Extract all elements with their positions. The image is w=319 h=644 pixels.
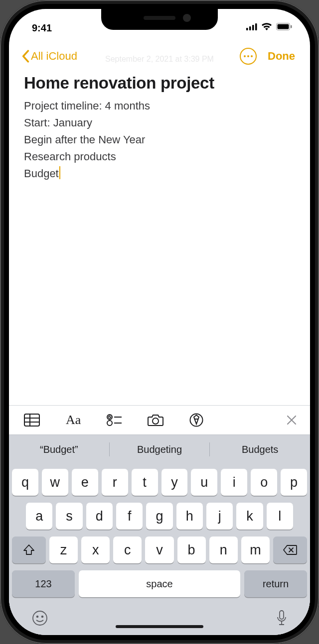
note-editor[interactable]: Home renovation project Project timeline… — [9, 71, 310, 405]
key-f[interactable]: f — [116, 503, 143, 530]
key-q[interactable]: q — [12, 469, 38, 496]
suggestion[interactable]: “Budget” — [9, 444, 109, 455]
back-label: All iCloud — [31, 50, 77, 63]
shift-icon — [23, 544, 35, 555]
svg-rect-6 — [291, 25, 292, 28]
back-button[interactable]: All iCloud — [21, 50, 77, 63]
key-w[interactable]: w — [42, 469, 68, 496]
clock: 9:41 — [32, 22, 52, 37]
more-button[interactable] — [240, 48, 257, 65]
suggestion[interactable]: Budgeting — [110, 444, 210, 455]
key-p[interactable]: p — [281, 469, 307, 496]
mic-icon — [276, 610, 287, 626]
return-key[interactable]: return — [244, 570, 307, 597]
svg-point-9 — [251, 55, 253, 57]
svg-point-17 — [107, 421, 112, 426]
key-n[interactable]: n — [209, 537, 238, 563]
table-icon[interactable] — [24, 414, 40, 427]
cellular-icon — [246, 21, 257, 33]
key-b[interactable]: b — [177, 537, 206, 563]
close-keyboard-icon[interactable] — [286, 415, 297, 426]
key-a[interactable]: a — [26, 503, 52, 530]
done-button[interactable]: Done — [268, 50, 295, 63]
keyboard: q w e r t y u i o p a s d f g h — [9, 464, 310, 635]
svg-point-22 — [37, 616, 38, 618]
svg-rect-0 — [246, 28, 248, 30]
svg-point-21 — [33, 611, 47, 625]
note-title: Home renovation project — [24, 74, 295, 93]
shift-key[interactable] — [12, 537, 46, 563]
wifi-icon — [261, 21, 272, 33]
key-j[interactable]: j — [206, 503, 233, 530]
chevron-left-icon — [21, 50, 30, 63]
formatting-toolbar: Aa — [9, 405, 310, 435]
delete-key[interactable] — [273, 537, 307, 563]
emoji-icon — [32, 610, 48, 626]
key-o[interactable]: o — [251, 469, 277, 496]
svg-point-8 — [247, 55, 249, 57]
svg-rect-1 — [249, 26, 251, 30]
dictation-key[interactable] — [276, 610, 287, 628]
svg-point-23 — [42, 616, 43, 618]
key-k[interactable]: k — [236, 503, 263, 530]
svg-rect-10 — [24, 414, 39, 426]
key-x[interactable]: x — [81, 537, 110, 563]
key-d[interactable]: d — [86, 503, 113, 530]
key-g[interactable]: g — [146, 503, 172, 530]
svg-point-19 — [153, 418, 159, 424]
key-v[interactable]: v — [145, 537, 173, 563]
note-line: Project timeline: 4 months — [24, 98, 295, 114]
ellipsis-icon — [244, 55, 253, 57]
quicktype-bar: “Budget” Budgeting Budgets — [9, 435, 310, 464]
key-c[interactable]: c — [113, 537, 142, 563]
camera-icon[interactable] — [148, 414, 163, 427]
key-i[interactable]: i — [221, 469, 247, 496]
emoji-key[interactable] — [32, 610, 48, 628]
suggestion[interactable]: Budgets — [210, 444, 310, 455]
nav-bar: All iCloud Done — [9, 37, 310, 69]
note-line: Budget — [24, 165, 295, 182]
home-indicator[interactable] — [116, 625, 203, 628]
text-cursor — [59, 166, 60, 179]
key-y[interactable]: y — [161, 469, 188, 496]
key-z[interactable]: z — [49, 537, 78, 563]
svg-rect-24 — [280, 611, 284, 619]
svg-rect-5 — [278, 24, 289, 29]
markup-icon[interactable] — [189, 413, 203, 427]
key-r[interactable]: r — [102, 469, 128, 496]
svg-rect-2 — [252, 25, 254, 30]
note-line: Begin after the New Year — [24, 131, 295, 148]
note-line: Research products — [24, 148, 295, 165]
svg-rect-3 — [255, 23, 257, 30]
text-format-icon[interactable]: Aa — [66, 413, 81, 428]
key-e[interactable]: e — [72, 469, 98, 496]
key-l[interactable]: l — [267, 503, 293, 530]
key-h[interactable]: h — [176, 503, 203, 530]
note-line: Start: January — [24, 114, 295, 131]
key-u[interactable]: u — [191, 469, 217, 496]
delete-icon — [283, 545, 297, 555]
key-m[interactable]: m — [241, 537, 270, 563]
key-s[interactable]: s — [56, 503, 82, 530]
numbers-key[interactable]: 123 — [12, 570, 75, 597]
svg-point-7 — [244, 55, 246, 57]
key-t[interactable]: t — [132, 469, 158, 496]
checklist-icon[interactable] — [107, 414, 122, 426]
battery-icon — [276, 21, 292, 33]
space-key[interactable]: space — [79, 570, 240, 597]
